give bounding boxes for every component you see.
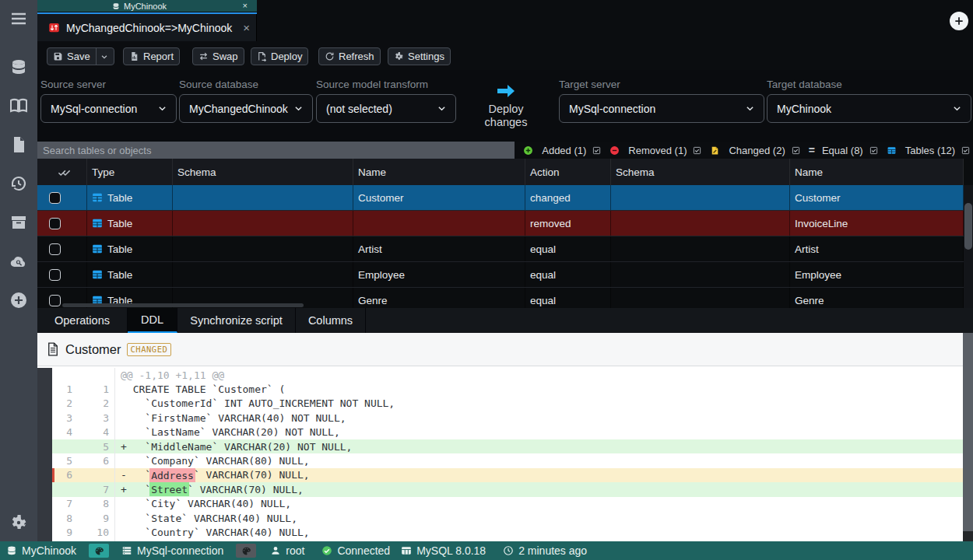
- grid-row-invoiceline[interactable]: Table removed InvoiceLine: [37, 211, 964, 236]
- grid-cell[interactable]: Artist: [353, 236, 525, 261]
- header-action[interactable]: Action: [525, 159, 611, 185]
- row-checkbox[interactable]: [49, 218, 61, 229]
- search-input[interactable]: [37, 142, 515, 159]
- grid-scrollbar-thumb[interactable]: [964, 203, 972, 250]
- grid-cell[interactable]: removed: [525, 211, 611, 236]
- grid-cell[interactable]: InvoiceLine: [790, 211, 964, 236]
- save-button[interactable]: Save: [47, 47, 114, 65]
- filter-changed[interactable]: Changed (2): [710, 145, 799, 156]
- grid-cell[interactable]: Table: [87, 185, 173, 210]
- grid-vertical-scrollbar[interactable]: [964, 185, 973, 308]
- archive-icon[interactable]: [9, 213, 28, 232]
- grid-cell-checkbox[interactable]: [37, 185, 87, 210]
- line-number-old: 8: [54, 513, 72, 524]
- filter-added[interactable]: Added (1): [523, 145, 601, 156]
- grid-cell[interactable]: [611, 262, 790, 287]
- header-schema2[interactable]: Schema: [611, 159, 790, 185]
- grid-cell[interactable]: [173, 211, 353, 236]
- filter-tables[interactable]: Tables (12): [887, 145, 970, 156]
- database-color-button[interactable]: [89, 544, 109, 558]
- grid-cell[interactable]: Table: [87, 262, 173, 287]
- database-group-header[interactable]: MyChinook ×: [37, 0, 257, 12]
- header-schema[interactable]: Schema: [173, 159, 353, 185]
- grid-cell[interactable]: [353, 211, 525, 236]
- grid-cell[interactable]: [611, 236, 790, 261]
- tab-ddl[interactable]: DDL: [128, 308, 177, 333]
- grid-cell[interactable]: [173, 262, 353, 287]
- deploy-label: Deploy: [271, 51, 302, 62]
- row-checkbox[interactable]: [49, 192, 61, 204]
- swap-button[interactable]: Swap: [192, 47, 244, 65]
- target-server-select[interactable]: MySql-connection: [559, 94, 764, 123]
- report-button[interactable]: Report: [123, 47, 180, 65]
- book-icon[interactable]: [9, 96, 28, 115]
- statusbar-version-label: MySQL 8.0.18: [416, 544, 486, 557]
- header-name[interactable]: Name: [353, 159, 525, 185]
- grid-cell[interactable]: equal: [525, 236, 611, 261]
- grid-cell[interactable]: Artist: [790, 236, 964, 261]
- select-all-header[interactable]: [37, 159, 87, 185]
- grid-cell[interactable]: Table: [87, 236, 173, 261]
- grid-cell-checkbox[interactable]: [37, 262, 87, 287]
- grid-cell[interactable]: [611, 288, 790, 308]
- grid-cell[interactable]: [611, 185, 790, 210]
- row-checkbox[interactable]: [49, 295, 61, 306]
- grid-cell[interactable]: Customer: [353, 185, 525, 210]
- menu-icon[interactable]: [9, 9, 28, 28]
- filter-equal[interactable]: = Equal (8): [809, 144, 878, 156]
- ddl-diff-view[interactable]: @@ -1,10 +1,11 @@ 11 CREATE TABLE `Custo…: [37, 366, 963, 541]
- grid-cell[interactable]: Table: [87, 211, 173, 236]
- cloud-search-icon[interactable]: [9, 252, 28, 271]
- save-dropdown[interactable]: [96, 48, 108, 65]
- target-database-select[interactable]: MyChinook: [767, 94, 971, 123]
- diff-line: 44 `LastName` VARCHAR(20) NOT NULL,: [37, 425, 963, 439]
- close-tab-icon[interactable]: ×: [243, 21, 250, 34]
- database-icon[interactable]: [9, 58, 28, 76]
- diff-gutter-separator: [109, 368, 115, 382]
- settings-button[interactable]: Settings: [388, 47, 451, 65]
- server-color-button[interactable]: [236, 544, 256, 558]
- diff-line: 56 `Company` VARCHAR(80) NULL,: [37, 453, 963, 467]
- source-transform-select[interactable]: (not selected): [316, 94, 456, 123]
- grid-cell[interactable]: Genre: [790, 288, 964, 308]
- header-name2[interactable]: Name: [790, 159, 964, 185]
- grid-cell[interactable]: [173, 185, 353, 210]
- tab-operations[interactable]: Operations: [37, 308, 128, 333]
- diff-scrollbar[interactable]: [963, 333, 973, 541]
- grid-cell-checkbox[interactable]: [37, 236, 87, 261]
- row-checkbox[interactable]: [49, 269, 61, 281]
- settings-gear-icon[interactable]: [9, 513, 28, 532]
- tab-synchronize-script[interactable]: Synchronize script: [177, 308, 296, 333]
- history-icon[interactable]: [9, 174, 28, 193]
- source-database-select[interactable]: MyChangedChinook: [179, 94, 313, 123]
- grid-cell[interactable]: Genre: [353, 288, 525, 308]
- deploy-button[interactable]: Deploy: [251, 47, 308, 65]
- grid-cell[interactable]: changed: [525, 185, 611, 210]
- header-type[interactable]: Type: [87, 159, 173, 185]
- new-tab-button[interactable]: [950, 12, 968, 30]
- grid-row-employee[interactable]: Table Employee equal Employee: [37, 262, 964, 288]
- row-checkbox[interactable]: [49, 243, 61, 255]
- grid-cell-checkbox[interactable]: [37, 211, 87, 236]
- refresh-button[interactable]: Refresh: [318, 47, 381, 65]
- file-icon[interactable]: [9, 135, 28, 154]
- grid-cell[interactable]: Employee: [790, 262, 964, 287]
- filter-removed[interactable]: Removed (1): [609, 145, 701, 156]
- diff-scrollbar-thumb[interactable]: [963, 333, 973, 531]
- close-group-icon[interactable]: ×: [243, 1, 248, 10]
- grid-cell[interactable]: [173, 236, 353, 261]
- diff-glyph-margin: [37, 453, 52, 467]
- grid-cell[interactable]: Customer: [790, 185, 964, 210]
- grid-cell[interactable]: [611, 211, 790, 236]
- grid-row-customer[interactable]: Table Customer changed Customer: [37, 185, 964, 211]
- tab-compare[interactable]: MyChangedChinook=>MyChinook ×: [37, 14, 257, 41]
- source-server-select[interactable]: MySql-connection: [40, 94, 177, 123]
- grid-cell[interactable]: equal: [525, 262, 611, 287]
- diff-line: 89 `State` VARCHAR(40) NULL,: [37, 511, 963, 525]
- tab-columns[interactable]: Columns: [296, 308, 366, 333]
- plus-circle-icon[interactable]: [9, 291, 28, 310]
- grid-cell[interactable]: equal: [525, 288, 611, 308]
- grid-horizontal-scrollbar[interactable]: [62, 303, 304, 307]
- grid-cell[interactable]: Employee: [353, 262, 525, 287]
- grid-row-artist[interactable]: Table Artist equal Artist: [37, 236, 964, 262]
